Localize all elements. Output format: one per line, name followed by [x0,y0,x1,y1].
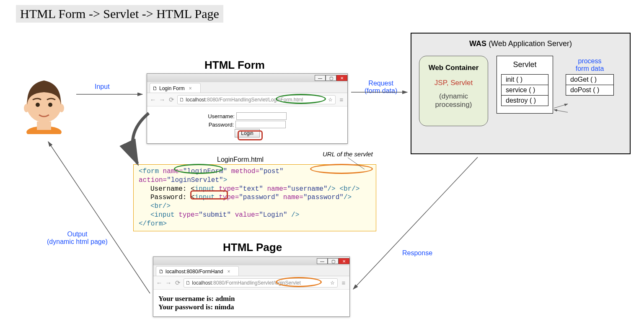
url-port: :8080 [212,280,225,286]
code-line-3: Password: <input type="password" name="p… [139,193,371,211]
svg-point-6 [59,104,64,112]
result-password: Your password is: nimda [158,303,344,311]
menu-icon[interactable]: ≡ [340,279,347,286]
url-bar[interactable]: 🗋 localhost:8080/FormHandlingServlet/Log… [177,95,336,104]
url-path: /FormHandlingServlet/LoginForm.html [218,97,303,103]
page-icon: 🗋 [153,85,158,91]
url-host: localhost [192,280,212,286]
tab-close-icon[interactable]: × [189,85,192,91]
star-icon[interactable]: ☆ [330,280,335,286]
output-label: Output(dynamic html page) [47,231,108,246]
svg-point-3 [36,103,40,107]
page-icon: 🗋 [186,280,192,286]
method-service: service ( ) [501,85,548,96]
tab-close-icon[interactable]: × [227,269,230,275]
username-label: Username: [208,113,235,119]
html-form-header: HTML Form [204,59,265,72]
window-min-icon: — [317,258,328,264]
web-container-note: (dynamicprocessing) [428,92,479,109]
code-line-2: Username: <input type="text" name="usern… [139,185,371,194]
back-icon[interactable]: ← [156,279,163,286]
back-icon[interactable]: ← [150,96,156,103]
page-title: HTML Form -> Servlet -> HTML Page [16,5,223,23]
code-line-4: <input type="submit" value="Login" /> [139,211,371,220]
web-container-title: Web Container [428,64,479,72]
method-doget: doGet ( ) [566,74,614,85]
servlet-box: Servlet init ( ) service ( ) destroy ( ) [497,56,553,114]
code-block: <form name="loginForm" method="post" act… [133,164,376,231]
url-note: URL of the servlet [323,150,373,158]
process-form-data-label: processform data [566,57,614,73]
window-close-icon: ✕ [336,75,347,81]
browser-result-page: — ▢ ✕ 🗋 localhost:8080/FormHand × ← → ⟳ … [153,256,350,317]
method-destroy: destroy ( ) [501,95,548,106]
window-close-icon: ✕ [339,258,349,264]
browser-tab[interactable]: 🗋 localhost:8080/FormHand × [156,266,239,276]
tab-title: Login Form [159,85,185,91]
browser-tab[interactable]: 🗋 Login Form × [150,83,201,93]
window-max-icon: ▢ [328,258,339,264]
menu-icon[interactable]: ≡ [338,96,345,103]
request-label: Request(form data) [365,80,397,95]
was-title: WAS (Web Application Server) [419,39,622,48]
window-min-icon: — [315,75,326,81]
url-bar[interactable]: 🗋 localhost:8080/FormHandlingServlet/log… [184,278,338,288]
html-page-header: HTML Page [223,241,282,254]
url-path: /FormHandlingServlet/loginServlet [225,280,301,286]
method-init: init ( ) [501,74,548,85]
input-label: Input [95,83,110,91]
password-input[interactable] [235,121,286,128]
password-label: Password: [209,122,234,128]
star-icon[interactable]: ☆ [328,97,333,103]
code-line-5: </form> [139,220,371,228]
forward-icon[interactable]: → [165,279,172,286]
svg-point-4 [48,103,52,107]
url-host: localhost [186,97,205,103]
web-container-content: JSP, Servlet [428,79,479,87]
result-username: Your username is: admin [158,295,344,303]
response-label: Response [402,249,432,257]
browser-login-form: — ▢ ✕ 🗋 Login Form × ← → ⟳ 🗋 localhost:8… [147,73,348,144]
servlet-title: Servlet [501,60,548,69]
reload-icon[interactable]: ⟳ [168,96,175,104]
code-filename: LoginForm.html [217,156,264,163]
page-icon: 🗋 [179,97,186,103]
user-avatar [21,75,67,134]
login-button[interactable]: Login [235,129,259,137]
username-input[interactable] [236,112,287,120]
was-box: WAS (Web Application Server) Web Contain… [411,33,631,154]
reload-icon[interactable]: ⟳ [174,279,181,287]
window-max-icon: ▢ [326,75,336,81]
method-dopost: doPost ( ) [566,85,614,96]
url-port: :8080 [206,97,218,103]
svg-point-5 [24,104,29,112]
tab-title: localhost:8080/FormHand [166,269,223,275]
page-icon: 🗋 [159,269,164,275]
svg-rect-1 [37,122,51,130]
code-line-1: <form name="loginForm" method="post" act… [139,167,371,185]
web-container: Web Container JSP, Servlet (dynamicproce… [419,56,488,126]
forward-icon[interactable]: → [159,96,166,103]
